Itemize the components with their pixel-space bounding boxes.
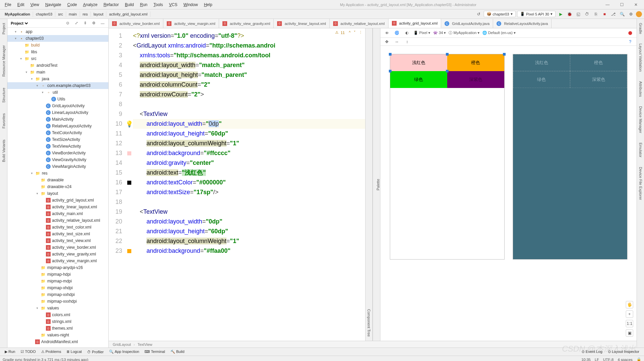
menu-edit[interactable]: Edit: [15, 2, 27, 8]
tree-node[interactable]: ⟨⟩activity_text_view.xml: [7, 237, 108, 244]
close-button[interactable]: ✕: [630, 1, 642, 9]
zoom-width-icon[interactable]: ↔: [393, 38, 401, 46]
tree-node[interactable]: ▾📁main: [7, 69, 108, 76]
status-encoding[interactable]: UTF-8: [603, 358, 614, 361]
preview-cell[interactable]: 橙色: [570, 54, 627, 71]
breadcrumb-item[interactable]: chapter03: [33, 11, 55, 17]
tree-node[interactable]: ▾📁layout: [7, 190, 108, 197]
tree-node[interactable]: ⟨⟩strings.xml: [7, 318, 108, 325]
expand-icon[interactable]: ⤢: [73, 20, 80, 27]
tree-node[interactable]: 📁mipmap-xxxhdpi: [7, 298, 108, 305]
coverage-button[interactable]: ◱: [574, 10, 582, 18]
tree-node[interactable]: 📁libs: [7, 49, 108, 55]
right-stripe-emulator[interactable]: Emulator: [638, 141, 643, 159]
menu-help[interactable]: Help: [201, 2, 215, 8]
tree-node[interactable]: 📁drawable-v24: [7, 183, 108, 190]
help-icon[interactable]: ?: [626, 38, 634, 46]
preview-cell[interactable]: 浅红色: [390, 54, 447, 71]
hide-icon[interactable]: —: [99, 20, 106, 27]
editor-tab[interactable]: CGridLayoutActivity.java: [441, 19, 493, 28]
attach-button[interactable]: ⎘: [592, 10, 599, 18]
zoom-reset-button[interactable]: 1:1: [626, 320, 633, 327]
device-combo[interactable]: 📱 Pixel 5 API 30 ▾: [517, 11, 556, 17]
menu-navigate[interactable]: Navigate: [43, 2, 64, 8]
right-stripe-device-file-explorer[interactable]: Device File Explorer: [638, 165, 643, 202]
tree-node[interactable]: 📁build: [7, 42, 108, 49]
tree-node[interactable]: ▾📁src: [7, 55, 108, 62]
tree-node[interactable]: ⟨⟩AndroidManifest.xml: [7, 338, 108, 345]
tree-node[interactable]: CTextSizeActivity: [7, 136, 108, 143]
gear-icon[interactable]: ⚙: [90, 20, 98, 27]
editor-breadcrumb-item[interactable]: TextView: [137, 342, 152, 347]
run-config-combo[interactable]: 📦 chapter03 ▾: [484, 11, 516, 17]
tree-node[interactable]: ⟨⟩themes.xml: [7, 325, 108, 332]
tree-node[interactable]: ▾▫com.example.chapter03: [7, 82, 108, 89]
editor-tab[interactable]: ⟨⟩activity_relative_layout.xml: [330, 19, 388, 28]
maximize-button[interactable]: ☐: [616, 1, 628, 9]
tree-node[interactable]: CLinearLayoutActivity: [7, 109, 108, 116]
breadcrumb-item[interactable]: src: [55, 11, 66, 17]
left-stripe-favorites[interactable]: Favorites: [1, 111, 6, 130]
bottom-tab-run[interactable]: ▶ Run: [2, 349, 18, 355]
editor-tab[interactable]: ⟨⟩activity_view_border.xml: [109, 19, 163, 28]
menu-window[interactable]: Window: [181, 2, 200, 8]
collapse-icon[interactable]: ⇕: [81, 20, 89, 27]
tree-node[interactable]: ⟨⟩activity_linear_layout.xml: [7, 204, 108, 210]
tree-node[interactable]: ⟨⟩activity_grid_layout.xml: [7, 197, 108, 204]
bottom-tab-event-log[interactable]: ⊙ Event Log: [579, 349, 605, 355]
tree-node[interactable]: ⟨⟩activity_view_border.xml: [7, 244, 108, 251]
tree-node[interactable]: ▾📁res: [7, 170, 108, 177]
design-canvas[interactable]: 浅红色橙色绿色深紫色 浅红色橙色绿色深紫色: [380, 46, 637, 341]
breadcrumb-item[interactable]: MyApplication: [2, 11, 33, 17]
stop-button[interactable]: ■: [601, 10, 608, 18]
left-stripe-build-variants[interactable]: Build Variants: [1, 138, 6, 164]
tree-node[interactable]: 📁values-night: [7, 332, 108, 338]
menu-tools[interactable]: Tools: [151, 2, 166, 8]
right-stripe-device-manager[interactable]: Device Manager: [638, 104, 643, 135]
tree-node[interactable]: CMainActivity: [7, 116, 108, 123]
preview-cell[interactable]: 浅红色: [513, 54, 570, 71]
menu-view[interactable]: View: [28, 2, 42, 8]
menu-file[interactable]: File: [2, 2, 14, 8]
tree-node[interactable]: ▾▪chapter03: [7, 35, 108, 42]
tree-node[interactable]: CRelativeLayoutActivity: [7, 123, 108, 129]
bottom-tab-app-inspection[interactable]: 🔍 App Inspection: [106, 349, 142, 355]
warning-badge[interactable]: 🖐: [626, 301, 633, 308]
tree-node[interactable]: CViewBorderActivity: [7, 150, 108, 156]
tree-node[interactable]: ⟨⟩colors.xml: [7, 311, 108, 318]
breadcrumb-item[interactable]: res: [80, 11, 91, 17]
tree-node[interactable]: 📁mipmap-mdpi: [7, 278, 108, 284]
editor-tab[interactable]: CRelativeLayoutActivity.java: [493, 19, 552, 28]
bottom-tab-logcat[interactable]: ≣ Logcat: [64, 349, 84, 355]
tree-node[interactable]: CGridLayoutActivity: [7, 102, 108, 109]
editor-tab[interactable]: ⟨⟩activity_linear_layout.xml: [274, 19, 329, 28]
orientation-icon[interactable]: 🌀: [393, 29, 401, 37]
bottom-tab-todo[interactable]: ☑ TODO: [18, 349, 38, 355]
left-stripe-project[interactable]: Project: [1, 21, 6, 36]
menu-analyze[interactable]: Analyze: [80, 2, 100, 8]
editor-tab[interactable]: ⟨⟩activity_grid_layout.xml: [388, 19, 441, 28]
tree-node[interactable]: ⟨⟩activity_text_color.xml: [7, 224, 108, 231]
project-tree[interactable]: ▾▪app▾▪chapter03📁build📁libs▾📁src📁android…: [7, 28, 108, 348]
tree-node[interactable]: 📁mipmap-hdpi: [7, 271, 108, 278]
tree-node[interactable]: CViewMarginActivity: [7, 163, 108, 170]
palette-stripe[interactable]: Palette: [373, 28, 380, 341]
night-icon[interactable]: ◐: [403, 29, 411, 37]
eye-icon[interactable]: 👁: [383, 29, 391, 37]
preview-cell[interactable]: 深紫色: [570, 71, 627, 88]
tree-node[interactable]: 📁mipmap-anydpi-v26: [7, 264, 108, 271]
tree-node[interactable]: CTextViewActivity: [7, 143, 108, 150]
tree-node[interactable]: ⟨⟩activity_view_margin.xml: [7, 258, 108, 264]
editor-breadcrumb-item[interactable]: GridLayout: [113, 342, 131, 347]
left-stripe-structure[interactable]: Structure: [1, 86, 6, 105]
editor-tab[interactable]: ⟨⟩activity_view_margin.xml: [163, 19, 219, 28]
status-indent[interactable]: 4 spaces: [618, 358, 633, 361]
locate-icon[interactable]: ⊙: [64, 20, 71, 27]
design-device[interactable]: 浅红色橙色绿色深紫色: [390, 54, 505, 260]
pan-icon[interactable]: ✥: [383, 38, 391, 46]
sync-icon[interactable]: ↺: [475, 10, 482, 18]
zoom-height-icon[interactable]: ↕: [403, 38, 411, 46]
search-icon[interactable]: 🔍: [618, 10, 626, 18]
bottom-tab-layout-inspector[interactable]: ⊙ Layout Inspector: [605, 349, 642, 355]
settings-icon[interactable]: ⚙: [627, 10, 635, 18]
